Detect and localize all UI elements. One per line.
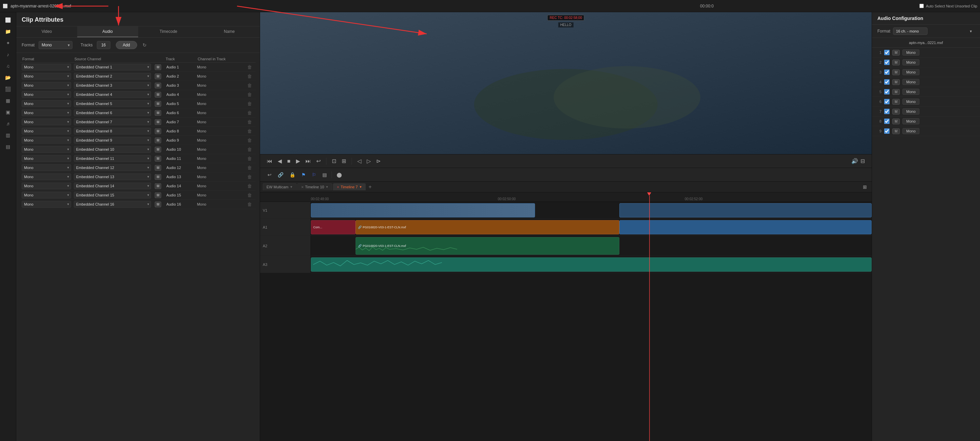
format-select-5[interactable]: Mono Stereo	[22, 100, 71, 107]
a1-clip1[interactable]: Com...	[311, 220, 356, 234]
format-select-7[interactable]: Mono Stereo	[22, 119, 71, 125]
format-select-4[interactable]: Mono Stereo	[22, 91, 71, 98]
source-select-5[interactable]: Embedded Channel 5	[74, 100, 151, 107]
channel-m-btn-9[interactable]: M	[892, 128, 900, 134]
source-select-16[interactable]: Embedded Channel 16	[74, 201, 151, 208]
channel-m-btn-5[interactable]: M	[892, 89, 900, 95]
channel-m-btn-4[interactable]: M	[892, 79, 900, 85]
view-btn[interactable]: ⊞	[340, 156, 347, 166]
a3-waveform[interactable]	[311, 258, 872, 272]
loop-btn[interactable]: ↩	[315, 156, 322, 166]
audio-settings-btn[interactable]: ⊟	[859, 157, 866, 165]
tab-video[interactable]: Video	[16, 26, 77, 37]
delete-btn-1[interactable]: 🗑	[246, 64, 253, 70]
tab-timeline7[interactable]: ✕ Timeline 7 ▼	[333, 183, 366, 190]
channel-m-btn-1[interactable]: M	[892, 50, 900, 56]
source-select-7[interactable]: Embedded Channel 7	[74, 119, 151, 125]
channel-check-8[interactable]	[884, 119, 889, 124]
film5-icon[interactable]: ▤	[2, 142, 14, 152]
source-select-15[interactable]: Embedded Channel 15	[74, 192, 151, 199]
delete-btn-16[interactable]: 🗑	[246, 202, 253, 207]
folder2-icon[interactable]: 📂	[2, 72, 14, 83]
source-select-6[interactable]: Embedded Channel 6	[74, 110, 151, 116]
channel-check-2[interactable]	[884, 60, 889, 65]
channel-m-btn-6[interactable]: M	[892, 99, 900, 105]
lock-btn[interactable]: 🔒	[288, 171, 298, 179]
delete-btn-8[interactable]: 🗑	[246, 128, 253, 134]
media-icon[interactable]: ⬜	[2, 15, 14, 25]
prev-btn[interactable]: ◁	[356, 156, 363, 166]
undo-btn[interactable]: ↩	[266, 171, 274, 179]
first-btn[interactable]: ⊳	[375, 156, 382, 166]
format-select-8[interactable]: Mono Stereo	[22, 128, 71, 134]
channel-check-1[interactable]	[884, 50, 889, 55]
go-start-btn[interactable]: ⏮	[266, 157, 274, 166]
source-select-12[interactable]: Embedded Channel 12	[74, 164, 151, 171]
delete-btn-9[interactable]: 🗑	[246, 137, 253, 143]
channel-check-9[interactable]	[884, 128, 889, 134]
dropdown-t7-icon[interactable]: ▼	[359, 185, 362, 189]
channel-check-3[interactable]	[884, 69, 889, 75]
source-select-9[interactable]: Embedded Channel 9	[74, 137, 151, 143]
delete-btn-14[interactable]: 🗑	[246, 183, 253, 189]
link-btn[interactable]: 🔗	[276, 171, 285, 179]
volume-icon[interactable]: 🔊	[851, 158, 858, 164]
format-select-13[interactable]: Mono Stereo	[22, 174, 71, 180]
delete-btn-6[interactable]: 🗑	[246, 110, 253, 116]
add-timeline-btn[interactable]: +	[366, 184, 374, 190]
play-btn[interactable]: ▶	[294, 156, 301, 166]
music3-icon[interactable]: ♬	[2, 119, 14, 129]
format-select-3[interactable]: Mono Stereo	[22, 82, 71, 89]
source-select-13[interactable]: Embedded Channel 13	[74, 174, 151, 180]
autoselect-checkbox[interactable]	[920, 4, 924, 8]
channel-check-6[interactable]	[884, 99, 889, 104]
delete-btn-11[interactable]: 🗑	[246, 156, 253, 161]
source-select-11[interactable]: Embedded Channel 11	[74, 155, 151, 162]
timeline-settings-btn[interactable]: ⊞	[861, 184, 869, 189]
clip-view-btn[interactable]: ▤	[320, 171, 329, 179]
rewind-btn[interactable]: ◀	[276, 156, 283, 166]
film-icon[interactable]: ⬛	[2, 84, 14, 94]
format-select-15[interactable]: Mono Stereo	[22, 192, 71, 199]
film2-icon[interactable]: ▦	[2, 96, 14, 106]
effects-icon[interactable]: ✦	[2, 38, 14, 48]
music-icon[interactable]: ♪	[2, 49, 14, 60]
format-select-14[interactable]: Mono Stereo	[22, 183, 71, 189]
circle-btn[interactable]: ⬤	[334, 171, 344, 179]
channel-check-4[interactable]	[884, 79, 889, 85]
channel-m-btn-3[interactable]: M	[892, 69, 900, 75]
delete-btn-2[interactable]: 🗑	[246, 73, 253, 79]
channel-check-7[interactable]	[884, 109, 889, 114]
source-select-2[interactable]: Embedded Channel 2	[74, 73, 151, 80]
tab-timeline10[interactable]: ✕ Timeline 10 ▼	[298, 183, 332, 190]
tab7-close-icon[interactable]: ✕	[337, 185, 339, 189]
video-clip-1[interactable]	[311, 203, 535, 217]
format-select-11[interactable]: Mono Stereo	[22, 155, 71, 162]
dropdown-ew-icon[interactable]: ▼	[290, 185, 293, 189]
format-select-16[interactable]: Mono Stereo	[22, 201, 71, 208]
format-select-2[interactable]: Mono Stereo	[22, 73, 71, 80]
video-clip-2[interactable]	[619, 203, 872, 217]
source-select-1[interactable]: Embedded Channel 1	[74, 64, 151, 70]
fast-fwd-btn[interactable]: ⏭	[304, 157, 312, 166]
refresh-icon[interactable]: ↻	[143, 42, 146, 48]
format-select-12[interactable]: Mono Stereo	[22, 164, 71, 171]
tab-name[interactable]: Name	[199, 26, 260, 37]
film4-icon[interactable]: ▥	[2, 130, 14, 140]
a1-clip2[interactable]: 🔗 PG016820-V03-1-EST-CLN.mxf	[356, 220, 619, 234]
safe-area-btn[interactable]: ⊡	[331, 156, 337, 166]
format-select-1[interactable]: Mono Stereo	[22, 64, 71, 70]
film3-icon[interactable]: ▣	[2, 107, 14, 117]
tab-ew-multicam[interactable]: EW Multicam ▼	[263, 183, 297, 190]
source-select-14[interactable]: Embedded Channel 14	[74, 183, 151, 189]
source-select-8[interactable]: Embedded Channel 8	[74, 128, 151, 134]
stop-btn[interactable]: ■	[286, 157, 292, 166]
timeline-view-icon[interactable]: ⊞	[861, 183, 869, 191]
add-button[interactable]: Add	[116, 41, 137, 49]
delete-btn-10[interactable]: 🗑	[246, 146, 253, 152]
channel-check-5[interactable]	[884, 89, 889, 94]
delete-btn-15[interactable]: 🗑	[246, 193, 253, 198]
audio-format-select[interactable]: 16 ch. - mono Stereo 5.1	[893, 27, 928, 35]
flag-btn[interactable]: ⚑	[299, 171, 308, 179]
delete-btn-5[interactable]: 🗑	[246, 101, 253, 107]
